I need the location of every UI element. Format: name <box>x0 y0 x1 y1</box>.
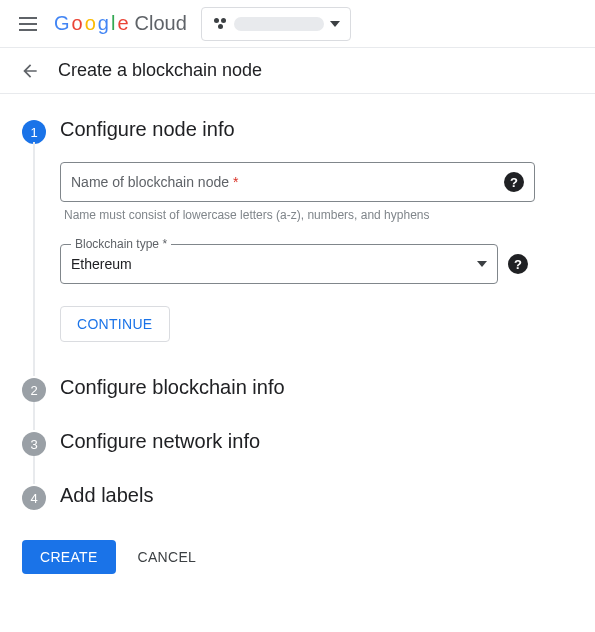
step-2-badge: 2 <box>22 378 46 402</box>
blockchain-type-value: Ethereum <box>71 256 477 272</box>
step-2-title: Configure blockchain info <box>60 376 285 399</box>
back-arrow-icon[interactable] <box>20 61 40 81</box>
google-cloud-logo[interactable]: Google Cloud <box>54 12 187 35</box>
cloud-logo-text: Cloud <box>135 12 187 35</box>
help-icon[interactable]: ? <box>508 254 528 274</box>
footer-actions: CREATE CANCEL <box>0 510 595 604</box>
node-name-input[interactable] <box>246 174 496 190</box>
create-button[interactable]: CREATE <box>22 540 116 574</box>
continue-button[interactable]: CONTINUE <box>60 306 170 342</box>
step-3-badge: 3 <box>22 432 46 456</box>
chevron-down-icon <box>330 21 340 27</box>
blockchain-type-select[interactable]: Blockchain type * Ethereum <box>60 244 498 284</box>
step-4-badge: 4 <box>22 486 46 510</box>
header-bar: Google Cloud <box>0 0 595 48</box>
menu-icon[interactable] <box>16 12 40 36</box>
chevron-down-icon <box>477 261 487 267</box>
project-name <box>234 17 324 31</box>
step-1-badge: 1 <box>22 120 46 144</box>
step-4[interactable]: 4 Add labels <box>22 484 573 510</box>
cancel-button[interactable]: CANCEL <box>138 549 197 565</box>
project-selector[interactable] <box>201 7 351 41</box>
connector <box>22 402 573 430</box>
stepper: 1 Configure node info Name of blockchain… <box>0 94 595 510</box>
step-1: 1 Configure node info <box>22 118 573 144</box>
page-title: Create a blockchain node <box>58 60 262 81</box>
connector <box>22 456 573 484</box>
step-2[interactable]: 2 Configure blockchain info <box>22 376 573 402</box>
blockchain-type-label: Blockchain type * <box>71 237 171 251</box>
step-3-title: Configure network info <box>60 430 260 453</box>
step-4-title: Add labels <box>60 484 153 507</box>
project-icon <box>212 16 228 32</box>
step-1-title: Configure node info <box>60 118 235 141</box>
node-name-hint: Name must consist of lowercase letters (… <box>64 208 573 222</box>
node-name-field[interactable]: Name of blockchain node * ? <box>60 162 535 202</box>
title-row: Create a blockchain node <box>0 48 595 94</box>
step-1-body: Name of blockchain node * ? Name must co… <box>22 144 573 348</box>
connector <box>22 348 573 376</box>
help-icon[interactable]: ? <box>504 172 524 192</box>
step-3[interactable]: 3 Configure network info <box>22 430 573 456</box>
node-name-placeholder: Name of blockchain node * <box>71 174 238 190</box>
